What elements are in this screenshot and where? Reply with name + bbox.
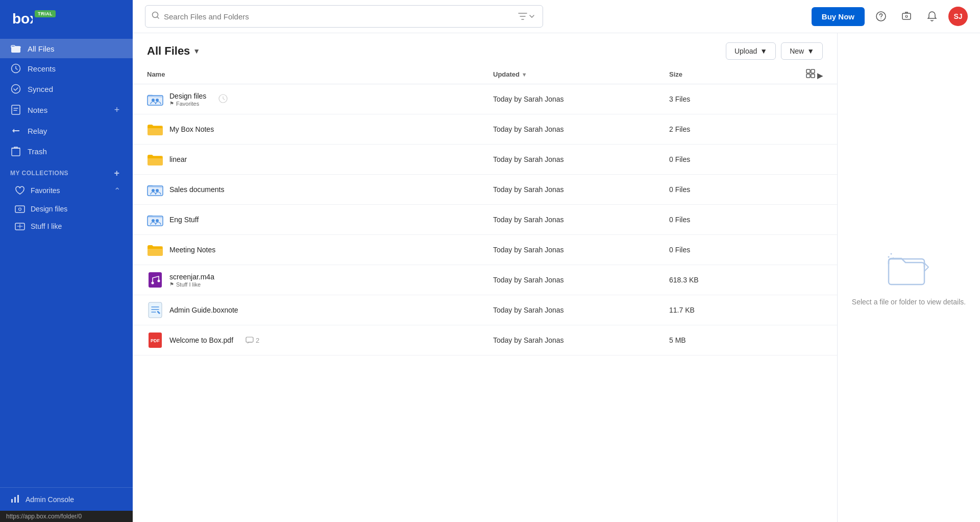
file-updated: Today by Sarah Jonas: [485, 114, 661, 145]
svg-point-30: [152, 189, 155, 192]
folder-yellow-icon: [147, 151, 163, 168]
expand-icon[interactable]: ▶: [817, 72, 823, 80]
sidebar-item-stuff-i-like[interactable]: Stuff I like: [0, 218, 133, 235]
favorites-chevron[interactable]: ⌃: [111, 185, 122, 196]
design-icon: [14, 204, 26, 213]
file-actions: [767, 114, 837, 145]
svg-point-35: [156, 219, 159, 222]
sidebar-item-label: Relay: [28, 127, 47, 135]
folder-icon: [10, 44, 21, 53]
search-input[interactable]: [164, 12, 512, 21]
col-size-header: Size: [661, 65, 767, 84]
svg-point-45: [888, 256, 889, 258]
table-row[interactable]: Eng Stuff Today by Sarah Jonas 0 Files: [133, 205, 837, 235]
table-row[interactable]: linear Today by Sarah Jonas 0 Files: [133, 145, 837, 175]
file-size: 3 Files: [661, 84, 767, 114]
upload-button[interactable]: Upload ▼: [726, 42, 776, 60]
sidebar-item-relay[interactable]: Relay: [0, 121, 133, 141]
sidebar-item-synced[interactable]: Synced: [0, 79, 133, 99]
file-updated: Today by Sarah Jonas: [485, 235, 661, 265]
file-name-cell: Meeting Notes: [147, 242, 477, 258]
file-size: 5 MB: [661, 325, 767, 355]
svg-rect-40: [149, 302, 162, 318]
file-updated: Today by Sarah Jonas: [485, 145, 661, 175]
file-actions: [767, 265, 837, 295]
file-name-cell: PDF Welcome to Box.pdf 2: [147, 332, 477, 348]
notes-add-button[interactable]: +: [111, 104, 122, 115]
search-filter-button[interactable]: [516, 11, 536, 22]
sidebar-item-label: Favorites: [31, 186, 60, 195]
svg-rect-5: [12, 148, 20, 156]
user-avatar[interactable]: SJ: [948, 7, 968, 26]
sidebar-item-trash[interactable]: Trash: [0, 141, 133, 161]
search-bar[interactable]: [145, 5, 543, 28]
table-header: Name Updated ▼ Size: [133, 65, 837, 84]
grid-view-icon[interactable]: [806, 72, 817, 80]
svg-point-46: [890, 253, 892, 255]
col-actions-header: ▶: [767, 65, 837, 84]
file-area: All Files ▼ Upload ▼ New ▼: [133, 33, 837, 522]
folder-shared-blue-icon: [147, 211, 163, 228]
svg-text:box: box: [12, 11, 33, 27]
new-button[interactable]: New ▼: [781, 42, 823, 60]
svg-point-3: [12, 85, 20, 93]
svg-rect-6: [15, 206, 24, 212]
svg-rect-18: [811, 69, 815, 73]
trial-badge: TRIAL: [35, 10, 56, 17]
sidebar-item-label: Design files: [31, 205, 67, 213]
svg-rect-37: [149, 272, 162, 288]
col-updated-header[interactable]: Updated ▼: [485, 65, 661, 84]
upload-chevron-icon: ▼: [760, 47, 767, 55]
new-chevron-icon: ▼: [807, 47, 814, 55]
select-hint-folder-icon: [886, 248, 932, 291]
search-icon: [152, 11, 160, 21]
table-row[interactable]: Meeting Notes Today by Sarah Jonas 0 Fil…: [133, 235, 837, 265]
file-table-body: Design files ⚑ Favorites Today by Sarah …: [133, 84, 837, 355]
buy-now-button[interactable]: Buy Now: [812, 7, 865, 26]
svg-point-14: [880, 18, 881, 19]
sidebar-item-all-files[interactable]: All Files: [0, 39, 133, 58]
note-icon: [10, 105, 21, 115]
sidebar-item-design-files[interactable]: Design files: [0, 200, 133, 218]
status-bar: https://app.box.com/folder/0: [0, 511, 133, 522]
chart-icon: [10, 494, 20, 505]
file-size: 0 Files: [661, 235, 767, 265]
table-row[interactable]: My Box Notes Today by Sarah Jonas 2 File…: [133, 114, 837, 145]
table-row[interactable]: PDF Welcome to Box.pdf 2: [133, 325, 837, 355]
file-size: 11.7 KB: [661, 295, 767, 325]
comment-icon: 2: [246, 337, 259, 344]
file-updated: Today by Sarah Jonas: [485, 265, 661, 295]
sidebar-item-label: Trash: [28, 147, 47, 156]
sidebar-item-favorites[interactable]: Favorites ⌃: [0, 181, 133, 200]
heart-icon: [14, 186, 26, 195]
file-name-cell: Eng Stuff: [147, 211, 477, 228]
table-row[interactable]: screenjar.m4a ⚑ Stuff I like Today by Sa…: [133, 265, 837, 295]
box-tools-button[interactable]: [897, 7, 916, 26]
table-row[interactable]: Design files ⚑ Favorites Today by Sarah …: [133, 84, 837, 114]
file-actions: [767, 295, 837, 325]
table-row[interactable]: Sales documents Today by Sarah Jonas 0 F…: [133, 175, 837, 205]
sidebar-item-notes[interactable]: Notes +: [0, 99, 133, 121]
box-logo[interactable]: box: [10, 8, 35, 29]
file-name-cell: My Box Notes: [147, 121, 477, 137]
main-area: Buy Now SJ All Files ▼: [133, 0, 980, 522]
help-button[interactable]: [872, 7, 890, 26]
svg-point-39: [158, 280, 160, 282]
collections-add-button[interactable]: +: [111, 168, 122, 179]
file-size: 0 Files: [661, 205, 767, 235]
notifications-button[interactable]: [923, 7, 941, 26]
file-name-cell: linear: [147, 151, 477, 168]
table-row[interactable]: Admin Guide.boxnote Today by Sarah Jonas…: [133, 295, 837, 325]
svg-rect-1: [11, 46, 20, 53]
status-url: https://app.box.com/folder/0: [6, 513, 82, 520]
file-name-cell: Sales documents: [147, 181, 477, 198]
page-title-dropdown-icon[interactable]: ▼: [193, 47, 200, 55]
sidebar-item-admin-console[interactable]: Admin Console: [0, 487, 133, 511]
sidebar-item-recents[interactable]: Recents: [0, 58, 133, 79]
sidebar-item-label: Stuff I like: [31, 222, 62, 230]
page-actions: Upload ▼ New ▼: [726, 42, 823, 60]
sidebar-item-label: Notes: [28, 106, 47, 114]
file-music-icon: [147, 272, 163, 288]
trash-icon: [10, 146, 21, 156]
svg-rect-43: [246, 337, 253, 342]
